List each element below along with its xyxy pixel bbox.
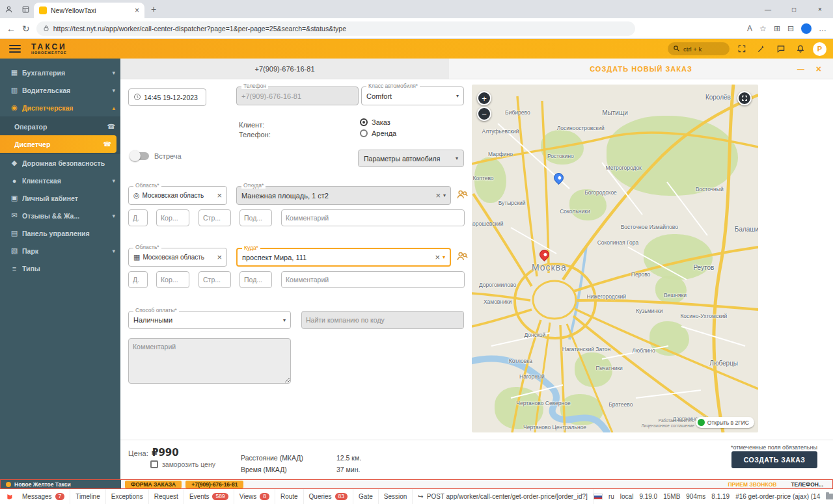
user-avatar[interactable]: P bbox=[813, 42, 826, 56]
window-minimize-button[interactable]: — bbox=[755, 0, 781, 18]
taskbar-app-name[interactable]: Новое Желтое Такси bbox=[1, 480, 121, 488]
to-korpus-input[interactable] bbox=[156, 271, 189, 288]
freeze-price-checkbox[interactable]: заморозить цену bbox=[150, 460, 215, 468]
sidebar-item-operator[interactable]: Оператор ☎ bbox=[0, 118, 120, 135]
map-area-label: Перово bbox=[631, 271, 650, 278]
meet-toggle[interactable]: Встреча bbox=[131, 152, 182, 160]
from-house-input[interactable] bbox=[128, 209, 148, 226]
browser-profile-avatar[interactable] bbox=[801, 23, 812, 34]
favorite-star-icon[interactable]: ☆ bbox=[759, 24, 767, 33]
profile-icon[interactable] bbox=[0, 2, 17, 16]
order-phone-tab[interactable]: +7(909)-676-16-81 bbox=[120, 59, 449, 79]
debug-tab-views[interactable]: Views8 bbox=[234, 489, 275, 504]
request-label[interactable]: #16 get-order-price (ajax) (14 bbox=[735, 493, 820, 500]
car-class-select[interactable]: Класс автомобиля* Comfort ▾ bbox=[361, 86, 464, 105]
clear-icon[interactable]: × bbox=[217, 191, 222, 200]
to-podezd-input[interactable] bbox=[239, 271, 272, 288]
from-address-field[interactable]: Откуда* Манежная площадь, 1 ст2 × ▾ bbox=[236, 186, 451, 205]
zoom-out-button[interactable]: − bbox=[477, 107, 491, 121]
clear-icon[interactable]: × bbox=[217, 253, 222, 261]
panel-close-icon[interactable]: × bbox=[816, 64, 821, 74]
to-stroenie-input[interactable] bbox=[198, 271, 231, 288]
sidebar-item-road-safety[interactable]: ◆ Дорожная безопасность bbox=[0, 154, 120, 172]
car-params-button[interactable]: Параметры автомобиля ▾ bbox=[358, 150, 464, 167]
taskbar-tab-phone[interactable]: +7(909)-676-16-81 bbox=[185, 481, 243, 488]
panel-minimize-icon[interactable]: — bbox=[797, 65, 804, 73]
sidebar-item-clients[interactable]: ● Клиентская ▾ bbox=[0, 172, 120, 189]
person-search-icon[interactable] bbox=[456, 189, 468, 200]
license-link[interactable]: Лицензионное соглашение bbox=[642, 423, 694, 429]
toggle-off-switch[interactable] bbox=[131, 152, 149, 160]
window-close-button[interactable]: × bbox=[807, 0, 833, 18]
magic-wand-icon[interactable] bbox=[754, 42, 769, 56]
debug-tab-request[interactable]: Request bbox=[149, 489, 184, 504]
debug-tab-timeline[interactable]: Timeline bbox=[70, 489, 105, 504]
workspaces-icon[interactable] bbox=[17, 2, 34, 16]
browser-menu-icon[interactable]: … bbox=[819, 24, 826, 33]
from-korpus-input[interactable] bbox=[156, 209, 189, 226]
browser-tab[interactable]: NewYellowTaxi × bbox=[34, 3, 144, 18]
chat-icon[interactable] bbox=[774, 42, 788, 56]
zoom-in-button[interactable]: + bbox=[477, 91, 491, 105]
back-icon[interactable]: ← bbox=[7, 23, 16, 34]
to-house-input[interactable] bbox=[128, 271, 148, 288]
map-canvas[interactable]: МытищиКоролёвБибиревоЛосиноостровскийАлт… bbox=[472, 85, 758, 432]
company-code-input[interactable] bbox=[301, 311, 464, 329]
sidebar-item-fleet[interactable]: ▧ Парк ▾ bbox=[0, 242, 120, 259]
url-box[interactable]: https://test.nyt.ru/app/worker/call-cent… bbox=[36, 21, 635, 36]
sidebar-item-personal-account[interactable]: ▣ Личный кабинет bbox=[0, 189, 120, 207]
debug-tab-route[interactable]: Route bbox=[275, 489, 304, 504]
comment-textarea[interactable] bbox=[128, 338, 291, 384]
split-screen-icon[interactable]: ⊞ bbox=[774, 24, 780, 33]
clear-icon[interactable]: × bbox=[435, 253, 440, 261]
person-search-icon[interactable] bbox=[456, 250, 468, 262]
addressbar-actions: A ☆ ⊞ ⊟ … bbox=[747, 23, 826, 34]
debug-request-route[interactable]: ↪POST app/worker/call-center/get-order-p… bbox=[413, 489, 594, 504]
client-phone-field[interactable]: Телефон +7(909)-676-16-81 bbox=[236, 86, 359, 105]
sidebar-item-dispatch[interactable]: ◉ Диспетчерская ▴ bbox=[0, 99, 120, 116]
payment-method-select[interactable]: Способ оплаты* Наличными ▾ bbox=[128, 311, 291, 329]
to-comment-input[interactable] bbox=[281, 271, 465, 288]
refresh-icon[interactable]: ↻ bbox=[22, 23, 30, 34]
region-to-field[interactable]: Область* ▦ Московская область × bbox=[128, 248, 227, 267]
taskbar-tab-order-form[interactable]: ФОРМА ЗАКАЗА bbox=[125, 481, 182, 488]
from-stroenie-input[interactable] bbox=[198, 209, 231, 226]
region-from-field[interactable]: Область* ◎ Московская область × bbox=[128, 186, 227, 205]
debug-tab-exceptions[interactable]: Exceptions bbox=[106, 489, 149, 504]
sidebar-item-control-panel[interactable]: ▤ Панель управления bbox=[0, 224, 120, 242]
create-order-button[interactable]: СОЗДАТЬ ЗАКАЗ bbox=[731, 451, 817, 468]
sidebar-item-reviews[interactable]: ✉ Отзывы && Жа... ▾ bbox=[0, 207, 120, 224]
debug-tab-events[interactable]: Events589 bbox=[184, 489, 234, 504]
map-fullscreen-button[interactable] bbox=[737, 91, 752, 105]
sidebar-item-drivers[interactable]: ▥ Водительская ▾ bbox=[0, 81, 120, 99]
taskbar-phone-menu[interactable]: ТЕЛЕФОН... bbox=[791, 481, 823, 488]
fullscreen-icon[interactable] bbox=[735, 42, 749, 56]
folder-icon[interactable] bbox=[826, 494, 833, 499]
read-aloud-icon[interactable]: A bbox=[747, 24, 752, 33]
sidebar-item-dispatcher[interactable]: Диспетчер ☎ bbox=[0, 135, 116, 153]
window-maximize-button[interactable]: □ bbox=[781, 0, 807, 18]
from-podezd-input[interactable] bbox=[239, 209, 272, 226]
map-area-label: Чертаново Центральное bbox=[523, 424, 586, 431]
from-comment-input[interactable] bbox=[281, 209, 465, 226]
rent-radio[interactable]: Аренда bbox=[360, 129, 396, 137]
sidebar-item-types[interactable]: ≡ Типы bbox=[0, 259, 120, 277]
to-address-field[interactable]: Куда* проспект Мира, 111 × ▾ bbox=[236, 248, 451, 267]
debug-tab-queries[interactable]: Queries83 bbox=[304, 489, 353, 504]
new-tab-button[interactable]: + bbox=[151, 4, 156, 14]
debug-tab-session[interactable]: Session bbox=[379, 489, 413, 504]
collections-icon[interactable]: ⊟ bbox=[787, 24, 794, 33]
tab-close-icon[interactable]: × bbox=[135, 6, 139, 15]
debug-tab-gate[interactable]: Gate bbox=[353, 489, 379, 504]
debug-tab-messages[interactable]: Messages7 bbox=[17, 489, 70, 504]
menu-icon[interactable] bbox=[9, 45, 21, 53]
clear-icon[interactable]: × bbox=[435, 191, 441, 200]
taskbar-calls[interactable]: ПРИЕМ ЗВОНКОВ bbox=[728, 481, 776, 488]
open-2gis-button[interactable]: Открыть в 2ГИС bbox=[696, 417, 754, 428]
datetime-field[interactable]: 14:45 19-12-2023 bbox=[128, 88, 206, 106]
global-search[interactable]: ctrl + k bbox=[668, 42, 730, 55]
sidebar-item-accounting[interactable]: ▦ Бухгалтерия ▾ bbox=[0, 64, 120, 81]
laravel-icon[interactable] bbox=[0, 492, 17, 501]
order-radio[interactable]: Заказ bbox=[360, 118, 390, 126]
bell-icon[interactable] bbox=[793, 42, 808, 56]
